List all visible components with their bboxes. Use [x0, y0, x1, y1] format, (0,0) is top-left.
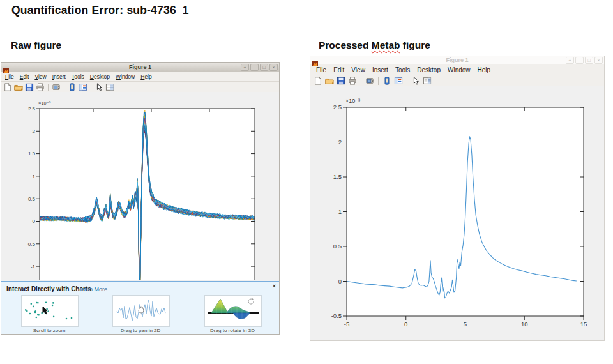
processed-figure-canvas: 2.521.510.50-0.5-5051015×10⁻³: [310, 86, 604, 340]
close-button[interactable]: ×: [594, 57, 603, 64]
open-folder-icon[interactable]: [13, 82, 24, 92]
window-controls: +–□×: [566, 57, 604, 64]
menu-item-help[interactable]: Help: [475, 66, 494, 73]
window-title: Figure 1: [310, 57, 604, 63]
svg-text:15: 15: [580, 321, 587, 328]
new-document-icon[interactable]: [313, 76, 323, 86]
window-title: Figure 1: [1, 64, 279, 70]
toolbar-separator: [407, 77, 407, 85]
print-icon[interactable]: [347, 76, 358, 86]
processed-label-prefix: Processed: [319, 40, 372, 50]
menu-item-window[interactable]: Window: [445, 66, 473, 73]
close-button[interactable]: ×: [269, 64, 278, 71]
mobile-view-icon[interactable]: [67, 82, 77, 92]
svg-text:×10⁻³: ×10⁻³: [38, 100, 51, 106]
svg-text:2: 2: [338, 139, 342, 146]
svg-text:-0.5: -0.5: [26, 241, 35, 247]
property-inspector-icon[interactable]: [393, 76, 404, 86]
menu-item-edit[interactable]: Edit: [17, 73, 32, 80]
processed-figure-label: Processed Metab figure: [319, 40, 430, 51]
toolbar-separator: [48, 84, 49, 91]
edit-plot-arrow-icon[interactable]: [411, 76, 421, 86]
pan-thumbnail-icon: [113, 296, 169, 326]
restore-button[interactable]: +: [241, 64, 249, 71]
menu-item-desktop[interactable]: Desktop: [414, 66, 443, 73]
print-icon[interactable]: [35, 82, 45, 92]
svg-text:-5: -5: [344, 321, 349, 328]
svg-text:1: 1: [33, 174, 36, 179]
svg-text:0.5: 0.5: [28, 196, 36, 202]
save-icon[interactable]: [24, 82, 34, 92]
raw-menubar: FileEditViewInsertToolsDesktopWindowHelp: [1, 72, 279, 82]
menu-item-file[interactable]: File: [314, 66, 329, 73]
svg-text:2: 2: [33, 128, 36, 134]
svg-text:1: 1: [338, 208, 342, 215]
menu-item-view[interactable]: View: [32, 73, 49, 80]
processed-label-misspelled-word: Metab: [372, 40, 400, 50]
svg-text:0: 0: [404, 321, 407, 328]
link-plots-icon[interactable]: [365, 76, 375, 86]
edit-plot-arrow-icon[interactable]: [94, 82, 104, 92]
minimize-button[interactable]: –: [250, 64, 259, 71]
drag-to-rotate-thumbnail[interactable]: [204, 295, 262, 327]
svg-text:×10⁻³: ×10⁻³: [345, 98, 360, 104]
drag-to-pan-thumbnail[interactable]: [112, 295, 170, 327]
toolbar-separator: [64, 84, 64, 91]
rotate3d-thumbnail-icon: [205, 296, 261, 326]
restore-button[interactable]: +: [566, 57, 574, 64]
maximize-button[interactable]: □: [585, 57, 593, 64]
mobile-view-icon[interactable]: [382, 76, 392, 86]
svg-text:-0.5: -0.5: [331, 312, 342, 319]
svg-text:1.5: 1.5: [333, 173, 342, 180]
svg-text:0: 0: [338, 278, 342, 285]
thumbnail-caption: Drag to pan in 2D: [102, 328, 179, 333]
save-icon[interactable]: [336, 76, 346, 86]
page-title: Quantification Error: sub-4736_1: [11, 4, 189, 17]
minimize-button[interactable]: –: [575, 57, 584, 64]
learn-more-link[interactable]: Learn More: [78, 286, 107, 292]
window-controls: +–□×: [241, 64, 279, 71]
new-document-icon[interactable]: [3, 82, 13, 92]
open-folder-icon[interactable]: [324, 76, 335, 86]
svg-text:0: 0: [33, 218, 36, 224]
menu-item-tools[interactable]: Tools: [393, 66, 412, 73]
menu-item-desktop[interactable]: Desktop: [87, 73, 112, 80]
cursor-arrow-icon: [43, 307, 47, 314]
scroll-to-zoom-thumbnail[interactable]: [21, 295, 79, 327]
processed-menubar: FileEditViewInsertToolsDesktopWindowHelp: [310, 64, 604, 75]
toolbar-separator: [91, 84, 91, 91]
menu-item-insert[interactable]: Insert: [50, 73, 68, 80]
property-editor-icon[interactable]: [105, 82, 115, 92]
svg-text:5: 5: [464, 321, 467, 328]
banner-close-icon[interactable]: ×: [273, 284, 276, 289]
processed-figure-window: Figure 1 +–□× FileEditViewInsertToolsDes…: [310, 56, 604, 340]
link-plots-icon[interactable]: [51, 82, 61, 92]
svg-text:10: 10: [521, 321, 528, 328]
svg-text:0.5: 0.5: [333, 243, 342, 250]
menu-item-file[interactable]: File: [3, 73, 17, 80]
menu-item-tools[interactable]: Tools: [69, 73, 87, 80]
menu-item-insert[interactable]: Insert: [370, 66, 391, 73]
toolbar-separator: [378, 77, 379, 85]
maximize-button[interactable]: □: [260, 64, 268, 71]
property-editor-icon[interactable]: [422, 76, 432, 86]
menu-item-view[interactable]: View: [349, 66, 368, 73]
raw-window-titlebar[interactable]: Figure 1 +–□×: [1, 63, 279, 72]
menu-item-window[interactable]: Window: [113, 73, 137, 80]
thumbnail-caption: Scroll to zoom: [11, 328, 87, 333]
menu-item-help[interactable]: Help: [138, 73, 154, 80]
scatter-thumbnail-icon: [22, 296, 78, 326]
processed-window-titlebar[interactable]: Figure 1 +–□×: [310, 56, 604, 64]
raw-figure-window: Figure 1 +–□× FileEditViewInsertToolsDes…: [1, 63, 279, 334]
processed-plot-area[interactable]: 2.521.510.50-0.5-5051015×10⁻³: [310, 86, 604, 340]
svg-text:1.5: 1.5: [28, 151, 36, 156]
svg-text:2.5: 2.5: [28, 106, 36, 112]
menu-item-edit[interactable]: Edit: [331, 66, 347, 73]
raw-plot-area[interactable]: 2.521.510.50-0.5-1×10⁻³: [1, 92, 279, 280]
rotate-cursor-icon: [248, 299, 254, 304]
svg-text:-1: -1: [31, 264, 36, 269]
raw-figure-canvas: 2.521.510.50-0.5-1×10⁻³: [1, 92, 279, 280]
raw-figure-label: Raw figure: [11, 40, 61, 51]
svg-text:2.5: 2.5: [333, 103, 342, 110]
property-inspector-icon[interactable]: [78, 82, 88, 92]
